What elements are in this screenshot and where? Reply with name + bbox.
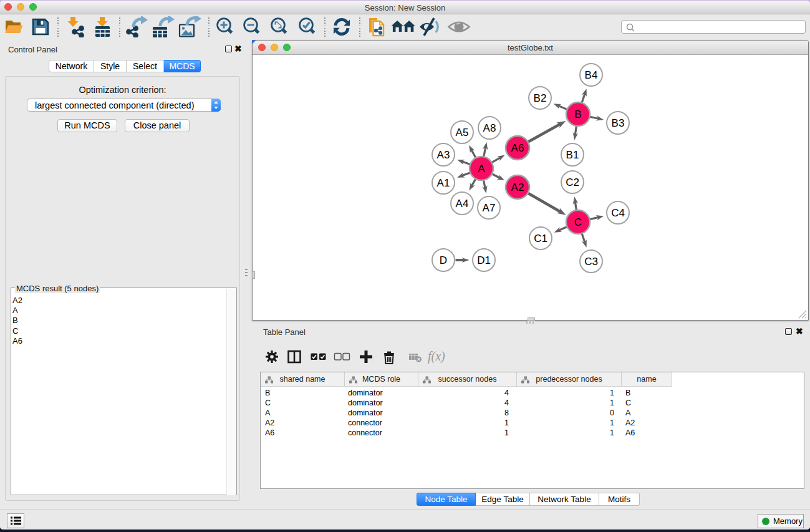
svg-text:A6: A6 <box>511 142 524 154</box>
svg-text:A2: A2 <box>511 181 524 193</box>
svg-text:A5: A5 <box>456 127 469 138</box>
svg-text:C: C <box>574 216 582 228</box>
svg-text:C3: C3 <box>584 256 598 268</box>
svg-text:A4: A4 <box>456 198 469 210</box>
svg-text:C1: C1 <box>534 233 547 244</box>
svg-text:B1: B1 <box>566 149 579 161</box>
svg-text:D1: D1 <box>477 254 491 266</box>
svg-text:A3: A3 <box>437 149 450 161</box>
svg-text:B: B <box>574 109 581 120</box>
svg-text:A: A <box>478 163 485 175</box>
svg-text:A8: A8 <box>483 122 496 134</box>
svg-text:A7: A7 <box>483 202 496 214</box>
svg-text:B4: B4 <box>585 69 598 81</box>
svg-text:B3: B3 <box>612 117 625 129</box>
svg-text:A1: A1 <box>437 177 450 189</box>
svg-text:B2: B2 <box>534 92 547 104</box>
svg-text:C4: C4 <box>611 207 625 219</box>
svg-text:C2: C2 <box>566 177 579 188</box>
svg-text:D: D <box>440 254 447 266</box>
